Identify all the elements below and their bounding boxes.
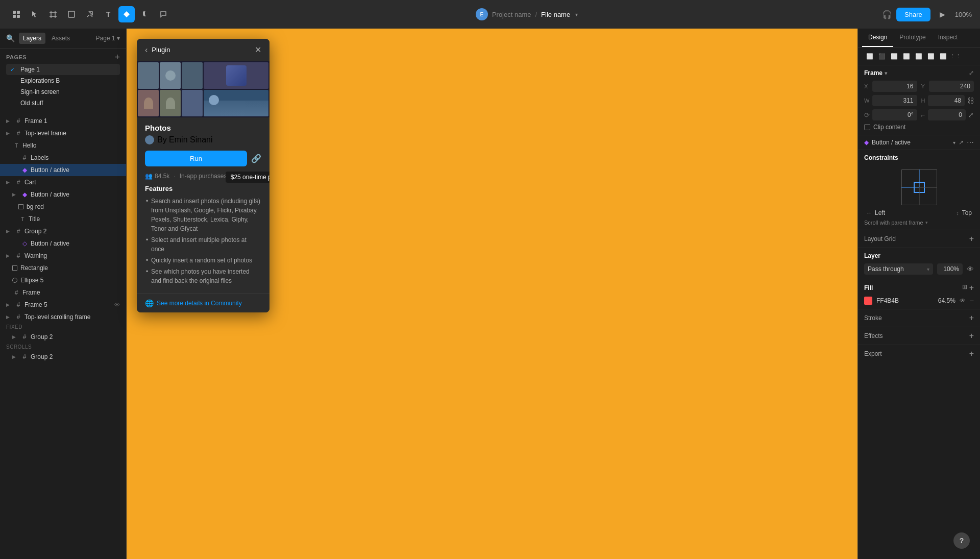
layer-title[interactable]: T Title (0, 213, 126, 225)
layer-bg-red[interactable]: bg red (0, 201, 126, 213)
align-center-h-button[interactable]: ⬛ (876, 51, 888, 62)
component-caret: ▾ (953, 140, 955, 145)
layer-frame-inner[interactable]: # Frame (0, 286, 126, 299)
radius-field-group: ⌐ 0 ⤢ (921, 109, 974, 120)
page-item-oldstuff[interactable]: Old stuff (6, 98, 120, 109)
layer-group2-fixed[interactable]: ▶ # Group 2 (0, 331, 126, 343)
visibility-toggle[interactable]: 👁 (967, 265, 974, 273)
tab-inspect[interactable]: Inspect (932, 29, 964, 47)
distribute-h-button[interactable]: ⬜ (938, 51, 949, 62)
link-icon[interactable]: 🔗 (251, 154, 261, 163)
scroll-with-parent[interactable]: Scroll with parent frame ▾ (864, 220, 974, 226)
share-button[interactable]: Share (896, 8, 930, 21)
add-stroke-button[interactable]: + (969, 313, 974, 323)
constraint-top: ↕ Top (956, 209, 972, 216)
constraints-left-line (901, 187, 919, 188)
fill-hex-value[interactable]: FF4B4B (876, 297, 928, 304)
layer-button-active2[interactable]: ▶ ◆ Button / active (0, 188, 126, 201)
tab-assets[interactable]: Assets (47, 33, 74, 44)
add-page-button[interactable]: + (114, 53, 120, 62)
blend-mode-select[interactable]: Pass through ▾ (864, 263, 933, 275)
angle-input[interactable]: 0° (872, 109, 917, 120)
component-options[interactable]: ⋯ (967, 138, 974, 147)
rect-icon (18, 204, 23, 209)
run-button[interactable]: Run (145, 151, 247, 166)
canvas[interactable]: ‹ Plugin ✕ (127, 29, 857, 559)
radius-input[interactable]: 0 (928, 109, 966, 120)
project-name: Project name (492, 11, 531, 18)
tool-frame[interactable] (45, 6, 61, 22)
page-label[interactable]: Page 1 ▾ (96, 35, 120, 42)
constraints-title: Constraints (864, 154, 898, 161)
opacity-input[interactable]: 100% (937, 263, 963, 275)
layer-rectangle[interactable]: Rectangle (0, 262, 126, 274)
tool-component[interactable] (118, 6, 135, 22)
fill-swatch[interactable] (864, 297, 872, 305)
tool-rect[interactable] (63, 6, 80, 22)
clip-checkbox[interactable] (864, 124, 870, 130)
zoom-level[interactable]: 100% (955, 11, 972, 18)
align-right-button[interactable]: ⬜ (889, 51, 900, 62)
help-button[interactable]: ? (953, 532, 970, 549)
fixed-label: FIXED (0, 323, 126, 331)
h-input[interactable]: 48 (928, 95, 965, 106)
align-center-v-button[interactable]: ⬜ (913, 51, 924, 62)
align-left-button[interactable]: ⬜ (864, 51, 875, 62)
add-fill-button[interactable]: + (969, 283, 974, 293)
file-breadcrumb[interactable]: Project name / File name ▾ (492, 11, 578, 18)
community-link[interactable]: 🌐 See more details in Community (145, 299, 261, 307)
layer-hello[interactable]: T Hello (0, 139, 126, 152)
layer-button-diamond[interactable]: ▶ ◇ Button / active (0, 237, 126, 250)
layer-labels[interactable]: ▶ # Labels (0, 152, 126, 164)
add-effects-button[interactable]: + (969, 331, 974, 341)
fill-visibility-toggle[interactable]: 👁 (960, 297, 966, 304)
layer-scrolling-frame[interactable]: ▶ # Top-level scrolling frame (0, 311, 126, 323)
layer-frame5[interactable]: ▶ # Frame 5 👁 (0, 299, 126, 311)
add-export-button[interactable]: + (969, 349, 974, 358)
expand-corners-icon[interactable]: ⤢ (968, 111, 974, 119)
in-app-purchases[interactable]: In-app purchases ▾ $25 one-time payment (180, 173, 232, 180)
w-input[interactable]: 311 (872, 95, 917, 106)
eye-icon[interactable]: 👁 (114, 302, 120, 308)
layer-group2[interactable]: ▶ # Group 2 (0, 225, 126, 237)
headphone-icon[interactable]: 🎧 (882, 10, 892, 19)
tab-layers[interactable]: Layers (19, 33, 45, 44)
add-grid-button[interactable]: + (969, 234, 974, 244)
tab-design[interactable]: Design (862, 29, 893, 47)
tool-hand[interactable] (137, 6, 153, 22)
plugin-close-button[interactable]: ✕ (255, 45, 261, 55)
expand-icon[interactable]: ⤢ (969, 69, 974, 77)
distribute-v-button[interactable]: ⋮⋮ (950, 51, 961, 62)
layer-toplevel[interactable]: ▶ # Top-level frame (0, 127, 126, 139)
layer-group2-scrolls[interactable]: ▶ # Group 2 (0, 351, 126, 363)
component-go-icon[interactable]: ↗ (959, 139, 964, 146)
frame-icon: # (20, 353, 29, 360)
fill-opacity-value[interactable]: 64.5% (933, 297, 955, 304)
y-input[interactable]: 240 (929, 81, 974, 92)
page-item-explorations[interactable]: Explorations B (6, 75, 120, 86)
tab-prototype[interactable]: Prototype (893, 29, 932, 47)
remove-fill-button[interactable]: − (970, 297, 974, 305)
align-top-button[interactable]: ⬜ (901, 51, 912, 62)
fill-grid-icon[interactable]: ⊞ (962, 283, 967, 293)
x-input[interactable]: 16 (872, 81, 917, 92)
export-title: Export (864, 350, 882, 357)
tool-menu[interactable] (8, 6, 24, 22)
page-item-page1[interactable]: ✓ Page 1 (6, 64, 120, 75)
layer-ellipse5[interactable]: Ellipse 5 (0, 274, 126, 286)
layer-cart[interactable]: ▶ # Cart (0, 176, 126, 188)
align-bottom-button[interactable]: ⬜ (925, 51, 937, 62)
layer-button-active-selected[interactable]: ▶ ◆ Button / active (0, 164, 126, 176)
tool-pen[interactable] (82, 6, 98, 22)
plugin-back-button[interactable]: ‹ (145, 45, 148, 55)
search-icon[interactable]: 🔍 (6, 34, 15, 42)
tool-select[interactable] (27, 6, 43, 22)
tool-text[interactable]: T (100, 6, 116, 22)
layer-warning[interactable]: ▶ # Warning (0, 250, 126, 262)
downloads: 👥 84.5k (145, 173, 169, 180)
page-item-signin[interactable]: Sign-in screen (6, 86, 120, 98)
play-button[interactable]: ▶ (935, 6, 951, 22)
tool-comment[interactable] (155, 6, 172, 22)
layer-frame1[interactable]: ▶ # Frame 1 (0, 115, 126, 127)
link-proportions-icon[interactable]: ⛓ (967, 96, 974, 105)
